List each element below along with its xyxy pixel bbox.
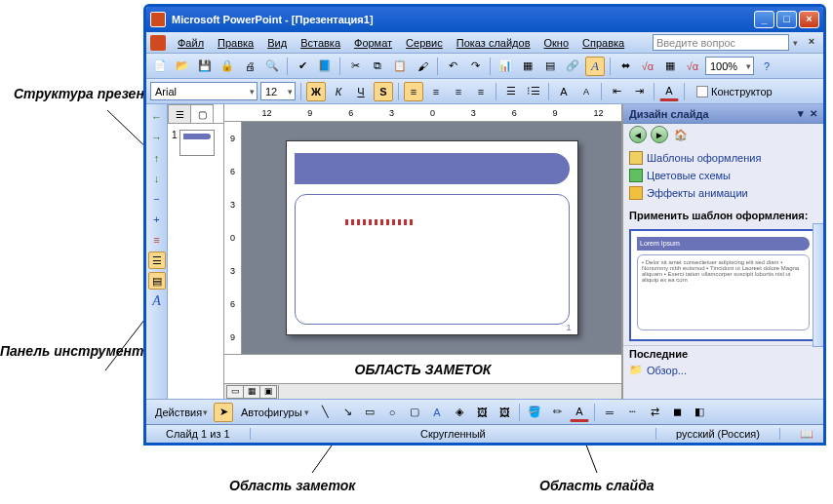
browse-link[interactable]: 📁 Обзор... <box>623 362 823 378</box>
copy-button[interactable]: ⧉ <box>368 57 387 76</box>
slide-body-placeholder[interactable] <box>295 194 570 325</box>
outline-tab[interactable]: ☰ <box>168 104 191 123</box>
save-button[interactable]: 💾 <box>195 57 215 76</box>
undo-button[interactable]: ↶ <box>443 57 462 76</box>
format-painter-button[interactable]: 🖌 <box>413 57 432 76</box>
line-color-button[interactable]: ✏ <box>547 403 567 422</box>
increase-font-button[interactable]: A <box>554 82 574 101</box>
new-button[interactable]: 📄 <box>150 57 170 76</box>
size-combo[interactable]: 12 <box>260 82 296 100</box>
animation-link[interactable]: Эффекты анимации <box>629 184 817 202</box>
show-formatting-button[interactable]: A <box>148 292 166 310</box>
status-language[interactable]: русский (Россия) <box>656 428 780 440</box>
autoshapes-menu[interactable]: Автофигуры <box>236 403 312 421</box>
clipart-button[interactable]: 🖼 <box>472 403 492 422</box>
print-button[interactable]: 🖨 <box>240 57 259 76</box>
bold-button[interactable]: Ж <box>306 82 326 101</box>
taskpane-close[interactable]: ✕ <box>810 108 817 119</box>
menu-slideshow[interactable]: Показ слайдов <box>451 35 536 51</box>
numbering-button[interactable]: ☰ <box>501 82 521 101</box>
font-combo[interactable]: Arial <box>150 82 258 100</box>
menu-window[interactable]: Окно <box>538 35 575 51</box>
tables-borders-button[interactable]: ▤ <box>540 57 560 76</box>
permission-button[interactable]: 🔒 <box>218 57 237 76</box>
minimize-button[interactable]: _ <box>754 11 774 28</box>
decrease-indent-button[interactable]: ⇤ <box>607 82 626 101</box>
preview-button[interactable]: 🔍 <box>262 57 282 76</box>
notes-pane[interactable]: ОБЛАСТЬ ЗАМЕТОК <box>224 354 621 383</box>
redo-button[interactable]: ↷ <box>465 57 485 76</box>
template-preview[interactable]: Lorem Ipsum • Delor sit amet consectetue… <box>629 229 817 341</box>
align-left-button[interactable]: ≡ <box>404 82 423 101</box>
research-button[interactable]: 📘 <box>315 57 335 76</box>
textbox-button[interactable]: ▢ <box>405 403 424 422</box>
expand-button[interactable]: + <box>148 211 166 228</box>
menu-help[interactable]: Справка <box>576 35 630 51</box>
decrease-font-button[interactable]: A <box>576 82 596 101</box>
spell-button[interactable]: ✔ <box>293 57 312 76</box>
color-schemes-link[interactable]: Цветовые схемы <box>629 167 817 184</box>
slideshow-view-button[interactable]: ▣ <box>259 385 277 399</box>
wordart-button[interactable]: A <box>427 403 447 422</box>
align-center-button[interactable]: ≡ <box>426 82 446 101</box>
summary-button[interactable]: ▤ <box>148 272 166 290</box>
show-format-button[interactable]: √α <box>638 57 657 76</box>
slide-thumbnail[interactable]: 1 <box>172 130 219 156</box>
paste-button[interactable]: 📋 <box>390 57 410 76</box>
expand-button[interactable]: ⬌ <box>615 57 635 76</box>
font-color-draw-button[interactable]: A <box>570 403 589 422</box>
hyperlink-button[interactable]: 🔗 <box>563 57 582 76</box>
actions-menu[interactable]: Действия <box>150 403 211 421</box>
3d-style-button[interactable]: ◧ <box>690 403 709 422</box>
doc-close-button[interactable]: × <box>804 35 819 51</box>
ask-question-box[interactable]: Введите вопрос <box>653 34 789 51</box>
taskpane-scrollbar[interactable] <box>813 223 826 347</box>
maximize-button[interactable]: □ <box>776 11 797 28</box>
open-button[interactable]: 📂 <box>173 57 192 76</box>
underline-button[interactable]: Ч <box>351 82 371 101</box>
text-highlight-button[interactable]: A <box>585 57 605 76</box>
doc-icon[interactable] <box>150 35 166 51</box>
taskpane-menu[interactable]: ▾ <box>798 107 804 120</box>
menu-format[interactable]: Формат <box>348 35 398 51</box>
arrow-style-button[interactable]: ⇄ <box>645 403 664 422</box>
slide[interactable]: 1 <box>286 140 578 335</box>
picture-button[interactable]: 🖼 <box>495 403 514 422</box>
close-button[interactable]: × <box>799 11 819 28</box>
fill-color-button[interactable]: 🪣 <box>525 403 544 422</box>
font-color-button[interactable]: A <box>659 82 679 101</box>
align-justify-button[interactable]: ≡ <box>471 82 491 101</box>
nav-forward-icon[interactable]: ► <box>651 126 668 143</box>
oval-button[interactable]: ○ <box>382 403 402 422</box>
menu-edit[interactable]: Правка <box>212 35 259 51</box>
collapse-all-button[interactable]: ≡ <box>148 231 166 249</box>
normal-view-button[interactable]: ▭ <box>226 385 244 399</box>
italic-button[interactable]: К <box>329 82 348 101</box>
demote-button[interactable]: → <box>148 129 166 146</box>
grid-button[interactable]: ▦ <box>660 57 680 76</box>
designer-button[interactable]: Конструктор <box>690 82 779 101</box>
horizontal-ruler[interactable]: 12963036912 <box>224 104 621 122</box>
nav-back-icon[interactable]: ◄ <box>629 126 647 143</box>
collapse-button[interactable]: − <box>148 190 166 208</box>
cut-button[interactable]: ✂ <box>345 57 365 76</box>
zoom-combo[interactable]: 100% <box>705 57 754 75</box>
slide-title-placeholder[interactable] <box>295 153 570 184</box>
arrow-button[interactable]: ↘ <box>337 403 357 422</box>
shadow-style-button[interactable]: ◼ <box>667 403 687 422</box>
line-style-button[interactable]: ═ <box>600 403 619 422</box>
status-book-icon[interactable]: 📖 <box>780 428 823 441</box>
shadow-button[interactable]: S <box>374 82 393 101</box>
slide-canvas-area[interactable]: 1 <box>242 122 621 354</box>
increase-indent-button[interactable]: ⇥ <box>629 82 649 101</box>
chart-button[interactable]: 📊 <box>496 57 515 76</box>
templates-link[interactable]: Шаблоны оформления <box>629 149 817 167</box>
nav-home-icon[interactable]: 🏠 <box>672 126 690 143</box>
diagram-button[interactable]: ◈ <box>450 403 469 422</box>
menu-view[interactable]: Вид <box>261 35 293 51</box>
dash-style-button[interactable]: ┄ <box>622 403 642 422</box>
sorter-view-button[interactable]: ▦ <box>243 385 260 399</box>
align-right-button[interactable]: ≡ <box>449 82 468 101</box>
menu-insert[interactable]: Вставка <box>295 35 346 51</box>
help-button[interactable]: ? <box>757 57 776 76</box>
